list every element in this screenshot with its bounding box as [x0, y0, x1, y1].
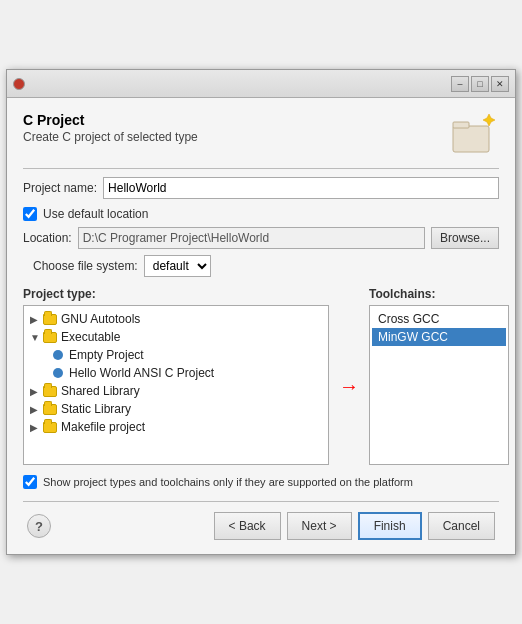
separator-bottom — [23, 501, 499, 502]
titlebar-controls: – □ ✕ — [451, 76, 509, 92]
project-name-input[interactable] — [103, 177, 499, 199]
svg-rect-0 — [453, 126, 489, 152]
toolchain-cross-gcc[interactable]: Cross GCC — [372, 310, 506, 328]
close-button[interactable]: ✕ — [491, 76, 509, 92]
arrow-shared-library: ▶ — [30, 386, 42, 397]
dialog-window: – □ ✕ C Project Create C project of sele… — [6, 69, 516, 555]
two-panel-area: Project type: ▶ GNU Autotools ▼ Executab… — [23, 287, 499, 465]
supported-platforms-checkbox[interactable] — [23, 475, 37, 489]
dialog-content: C Project Create C project of selected t… — [7, 98, 515, 554]
tree-item-executable[interactable]: ▼ Executable — [26, 328, 326, 346]
filesystem-row: Choose file system: default — [23, 255, 499, 277]
help-button[interactable]: ? — [27, 514, 51, 538]
tree-item-hello-world[interactable]: Hello World ANSI C Project — [26, 364, 326, 382]
use-default-location-checkbox[interactable] — [23, 207, 37, 221]
header-area: C Project Create C project of selected t… — [23, 112, 499, 158]
toolchain-mingw-gcc[interactable]: MinGW GCC — [372, 328, 506, 346]
toolchains-label: Toolchains: — [369, 287, 499, 301]
location-label: Location: — [23, 231, 72, 245]
navigation-buttons: < Back Next > Finish Cancel — [214, 512, 495, 540]
finish-button[interactable]: Finish — [358, 512, 422, 540]
separator-top — [23, 168, 499, 169]
tree-item-shared-library[interactable]: ▶ Shared Library — [26, 382, 326, 400]
tree-label-hello-world: Hello World ANSI C Project — [69, 366, 214, 380]
red-arrow-icon: → — [339, 375, 359, 398]
supported-platforms-label: Show project types and toolchains only i… — [43, 476, 413, 488]
tree-item-empty-project[interactable]: Empty Project — [26, 346, 326, 364]
svg-marker-2 — [483, 114, 495, 126]
folder-icon-executable — [42, 330, 58, 344]
tree-item-makefile-project[interactable]: ▶ Makefile project — [26, 418, 326, 436]
arrow-executable: ▼ — [30, 332, 42, 343]
use-default-location-row: Use default location — [23, 207, 499, 221]
toolchains-panel[interactable]: Cross GCC MinGW GCC — [369, 305, 509, 465]
page-title: C Project — [23, 112, 439, 128]
tree-item-gnu-autotools[interactable]: ▶ GNU Autotools — [26, 310, 326, 328]
filesystem-select[interactable]: default — [144, 255, 211, 277]
use-default-location-label: Use default location — [43, 207, 148, 221]
folder-icon-static-library — [42, 402, 58, 416]
folder-icon-makefile-project — [42, 420, 58, 434]
tree-label-gnu-autotools: GNU Autotools — [61, 312, 140, 326]
project-type-label: Project type: — [23, 287, 329, 301]
bottom-checkbox-row: Show project types and toolchains only i… — [23, 475, 499, 489]
minimize-button[interactable]: – — [451, 76, 469, 92]
arrow-static-library: ▶ — [30, 404, 42, 415]
project-name-label: Project name: — [23, 181, 97, 195]
tree-label-executable: Executable — [61, 330, 120, 344]
folder-icon-gnu-autotools — [42, 312, 58, 326]
tree-label-shared-library: Shared Library — [61, 384, 140, 398]
project-name-row: Project name: — [23, 177, 499, 199]
project-type-tree[interactable]: ▶ GNU Autotools ▼ Executable Empty Proje… — [23, 305, 329, 465]
page-subtitle: Create C project of selected type — [23, 130, 439, 144]
bullet-icon-hello-world — [50, 366, 66, 380]
tree-label-makefile-project: Makefile project — [61, 420, 145, 434]
cancel-button[interactable]: Cancel — [428, 512, 495, 540]
titlebar: – □ ✕ — [7, 70, 515, 98]
project-type-section: Project type: ▶ GNU Autotools ▼ Executab… — [23, 287, 329, 465]
tree-item-static-library[interactable]: ▶ Static Library — [26, 400, 326, 418]
next-button[interactable]: Next > — [287, 512, 352, 540]
browse-button[interactable]: Browse... — [431, 227, 499, 249]
toolchains-section: Toolchains: Cross GCC MinGW GCC — [369, 287, 499, 465]
maximize-button[interactable]: □ — [471, 76, 489, 92]
filesystem-label: Choose file system: — [33, 259, 138, 273]
arrow-gnu-autotools: ▶ — [30, 314, 42, 325]
wizard-icon — [449, 112, 499, 158]
button-bar: ? < Back Next > Finish Cancel — [23, 512, 499, 540]
tree-label-empty-project: Empty Project — [69, 348, 144, 362]
arrow-indicator-area: → — [339, 287, 359, 465]
folder-icon-shared-library — [42, 384, 58, 398]
bullet-icon-empty-project — [50, 348, 66, 362]
svg-rect-1 — [453, 122, 469, 128]
location-input[interactable] — [78, 227, 425, 249]
header-text: C Project Create C project of selected t… — [23, 112, 439, 154]
back-button[interactable]: < Back — [214, 512, 281, 540]
titlebar-icon — [13, 78, 25, 90]
arrow-makefile-project: ▶ — [30, 422, 42, 433]
tree-label-static-library: Static Library — [61, 402, 131, 416]
location-row: Location: Browse... — [23, 227, 499, 249]
